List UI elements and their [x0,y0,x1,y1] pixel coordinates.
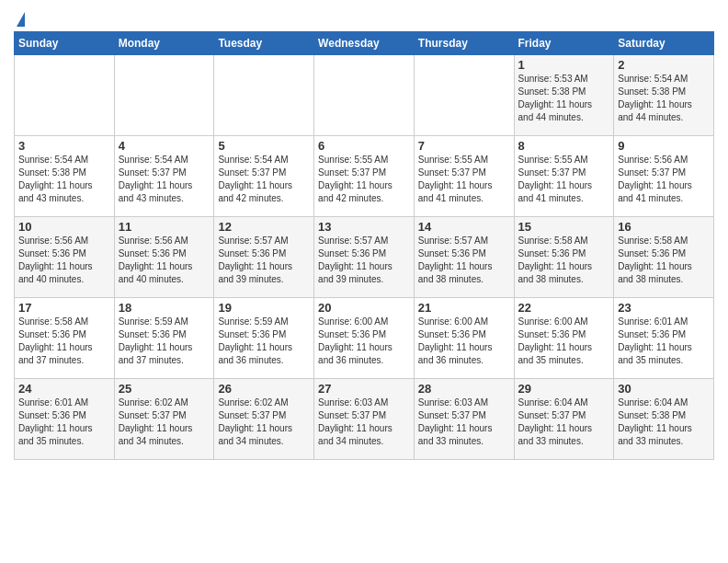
day-number: 14 [418,220,510,234]
day-info: Sunrise: 5:57 AMSunset: 5:36 PMDaylight:… [418,235,510,286]
day-info: Sunrise: 5:55 AMSunset: 5:37 PMDaylight:… [318,154,410,205]
calendar-cell: 14Sunrise: 5:57 AMSunset: 5:36 PMDayligh… [414,217,514,298]
calendar-cell: 16Sunrise: 5:58 AMSunset: 5:36 PMDayligh… [614,217,714,298]
logo-triangle-icon [17,12,25,27]
day-info: Sunrise: 5:58 AMSunset: 5:36 PMDaylight:… [618,235,710,286]
day-info: Sunrise: 5:57 AMSunset: 5:36 PMDaylight:… [218,235,310,286]
calendar-cell: 13Sunrise: 5:57 AMSunset: 5:36 PMDayligh… [314,217,415,298]
day-info: Sunrise: 5:57 AMSunset: 5:36 PMDaylight:… [318,235,410,286]
calendar-cell: 22Sunrise: 6:00 AMSunset: 5:36 PMDayligh… [514,298,614,379]
calendar-cell: 21Sunrise: 6:00 AMSunset: 5:36 PMDayligh… [414,298,514,379]
calendar-cell: 10Sunrise: 5:56 AMSunset: 5:36 PMDayligh… [15,217,115,298]
calendar-cell: 25Sunrise: 6:02 AMSunset: 5:37 PMDayligh… [114,379,214,460]
day-info: Sunrise: 5:54 AMSunset: 5:38 PMDaylight:… [18,154,110,205]
day-info: Sunrise: 5:56 AMSunset: 5:37 PMDaylight:… [618,154,710,205]
day-info: Sunrise: 5:58 AMSunset: 5:36 PMDaylight:… [18,316,110,367]
day-number: 24 [18,382,110,396]
calendar-cell: 1Sunrise: 5:53 AMSunset: 5:38 PMDaylight… [514,55,614,136]
day-number: 12 [218,220,310,234]
calendar-cell: 28Sunrise: 6:03 AMSunset: 5:37 PMDayligh… [414,379,514,460]
calendar-cell: 30Sunrise: 6:04 AMSunset: 5:38 PMDayligh… [614,379,714,460]
calendar-cell: 23Sunrise: 6:01 AMSunset: 5:36 PMDayligh… [614,298,714,379]
day-number: 25 [119,382,210,396]
calendar-cell: 3Sunrise: 5:54 AMSunset: 5:38 PMDaylight… [15,136,115,217]
day-info: Sunrise: 5:53 AMSunset: 5:38 PMDaylight:… [518,73,610,124]
calendar-cell: 9Sunrise: 5:56 AMSunset: 5:37 PMDaylight… [614,136,714,217]
day-number: 4 [119,139,210,153]
day-info: Sunrise: 5:59 AMSunset: 5:36 PMDaylight:… [218,316,310,367]
calendar-cell: 26Sunrise: 6:02 AMSunset: 5:37 PMDayligh… [214,379,314,460]
calendar-table: SundayMondayTuesdayWednesdayThursdayFrid… [14,31,714,460]
calendar-week-row: 24Sunrise: 6:01 AMSunset: 5:36 PMDayligh… [15,379,714,460]
day-number: 9 [618,139,710,153]
day-info: Sunrise: 6:03 AMSunset: 5:37 PMDaylight:… [318,396,410,448]
calendar-cell: 29Sunrise: 6:04 AMSunset: 5:37 PMDayligh… [514,379,614,460]
day-number: 5 [218,139,310,153]
weekday-header-row: SundayMondayTuesdayWednesdayThursdayFrid… [15,32,714,55]
day-number: 16 [618,220,710,234]
calendar-cell: 24Sunrise: 6:01 AMSunset: 5:36 PMDayligh… [15,379,115,460]
weekday-header-friday: Friday [514,32,614,55]
calendar-cell [314,55,415,136]
day-number: 19 [218,301,310,315]
day-number: 13 [318,220,410,234]
calendar-week-row: 1Sunrise: 5:53 AMSunset: 5:38 PMDaylight… [15,55,714,136]
calendar-cell: 5Sunrise: 5:54 AMSunset: 5:37 PMDaylight… [214,136,314,217]
day-number: 15 [518,220,610,234]
calendar-cell [414,55,514,136]
weekday-header-monday: Monday [114,32,214,55]
calendar-week-row: 3Sunrise: 5:54 AMSunset: 5:38 PMDaylight… [15,136,714,217]
calendar-cell: 11Sunrise: 5:56 AMSunset: 5:36 PMDayligh… [114,217,214,298]
calendar-cell: 12Sunrise: 5:57 AMSunset: 5:36 PMDayligh… [214,217,314,298]
day-number: 2 [618,58,710,72]
calendar-cell: 18Sunrise: 5:59 AMSunset: 5:36 PMDayligh… [114,298,214,379]
day-number: 8 [518,139,610,153]
day-info: Sunrise: 5:54 AMSunset: 5:38 PMDaylight:… [618,73,710,124]
weekday-header-wednesday: Wednesday [314,32,415,55]
day-number: 28 [418,382,510,396]
day-info: Sunrise: 5:59 AMSunset: 5:36 PMDaylight:… [119,316,210,367]
day-number: 27 [318,382,410,396]
day-number: 7 [418,139,510,153]
day-number: 6 [318,139,410,153]
day-info: Sunrise: 5:55 AMSunset: 5:37 PMDaylight:… [418,154,510,205]
day-number: 26 [218,382,310,396]
day-info: Sunrise: 6:01 AMSunset: 5:36 PMDaylight:… [618,316,710,367]
calendar-week-row: 10Sunrise: 5:56 AMSunset: 5:36 PMDayligh… [15,217,714,298]
day-number: 20 [318,301,410,315]
day-info: Sunrise: 6:04 AMSunset: 5:37 PMDaylight:… [518,396,610,448]
day-number: 22 [518,301,610,315]
calendar-cell: 2Sunrise: 5:54 AMSunset: 5:38 PMDaylight… [614,55,714,136]
day-info: Sunrise: 6:02 AMSunset: 5:37 PMDaylight:… [218,396,310,448]
day-number: 23 [618,301,710,315]
day-info: Sunrise: 5:54 AMSunset: 5:37 PMDaylight:… [119,154,210,205]
weekday-header-saturday: Saturday [614,32,714,55]
logo [14,13,25,28]
day-info: Sunrise: 6:00 AMSunset: 5:36 PMDaylight:… [418,316,510,367]
day-info: Sunrise: 6:01 AMSunset: 5:36 PMDaylight:… [18,396,110,448]
day-info: Sunrise: 6:04 AMSunset: 5:38 PMDaylight:… [618,396,710,448]
day-info: Sunrise: 5:56 AMSunset: 5:36 PMDaylight:… [18,235,110,286]
day-number: 29 [518,382,610,396]
day-number: 21 [418,301,510,315]
calendar-cell [114,55,214,136]
day-info: Sunrise: 5:54 AMSunset: 5:37 PMDaylight:… [218,154,310,205]
page-header [14,9,714,28]
calendar-cell: 8Sunrise: 5:55 AMSunset: 5:37 PMDaylight… [514,136,614,217]
day-info: Sunrise: 5:55 AMSunset: 5:37 PMDaylight:… [518,154,610,205]
calendar-cell: 4Sunrise: 5:54 AMSunset: 5:37 PMDaylight… [114,136,214,217]
calendar-cell [214,55,314,136]
day-number: 30 [618,382,710,396]
day-number: 18 [119,301,210,315]
day-number: 1 [518,58,610,72]
calendar-cell: 27Sunrise: 6:03 AMSunset: 5:37 PMDayligh… [314,379,415,460]
day-number: 10 [18,220,110,234]
day-info: Sunrise: 6:00 AMSunset: 5:36 PMDaylight:… [318,316,410,367]
calendar-cell: 19Sunrise: 5:59 AMSunset: 5:36 PMDayligh… [214,298,314,379]
calendar-cell: 15Sunrise: 5:58 AMSunset: 5:36 PMDayligh… [514,217,614,298]
day-number: 11 [119,220,210,234]
weekday-header-thursday: Thursday [414,32,514,55]
calendar-cell: 7Sunrise: 5:55 AMSunset: 5:37 PMDaylight… [414,136,514,217]
day-info: Sunrise: 6:02 AMSunset: 5:37 PMDaylight:… [119,396,210,448]
day-number: 3 [18,139,110,153]
